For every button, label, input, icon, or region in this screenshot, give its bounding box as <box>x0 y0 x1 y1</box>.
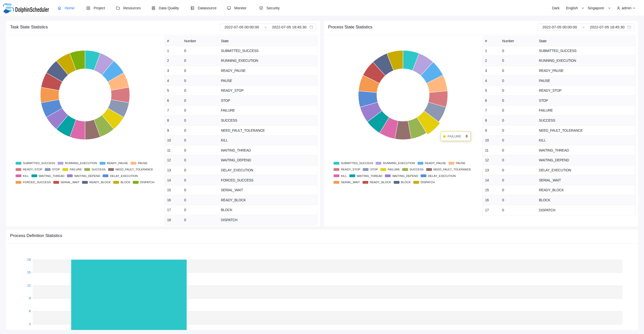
svg-text:DolphinScheduler: DolphinScheduler <box>15 6 49 13</box>
